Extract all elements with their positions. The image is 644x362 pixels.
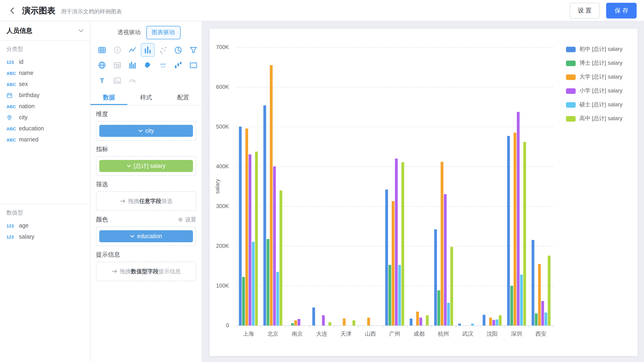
bar <box>440 162 443 325</box>
bar <box>531 240 534 325</box>
map-icon[interactable] <box>140 58 154 72</box>
bar <box>444 194 446 325</box>
bar <box>298 319 300 325</box>
bar <box>499 315 502 325</box>
color-pill[interactable]: education <box>99 230 193 242</box>
table-icon[interactable] <box>95 43 109 57</box>
x-axis-tick <box>285 325 286 328</box>
color-dropzone[interactable]: education <box>96 227 196 246</box>
tab-config[interactable]: 配置 <box>164 91 202 105</box>
field-panel: 人员信息 分类型 123idABCnameABCsexbirthdayABCna… <box>0 21 90 362</box>
chevron-down-icon <box>127 164 131 167</box>
field-item-age[interactable]: 123age <box>0 220 90 231</box>
bar <box>239 127 242 325</box>
field-item-education[interactable]: ABCeducation <box>0 123 90 134</box>
legend-swatch <box>566 116 576 121</box>
bar-group-南京 <box>288 319 307 325</box>
bar <box>507 136 510 325</box>
mode-pivot-driven[interactable]: 透视驱动 <box>112 26 146 39</box>
field-item-name[interactable]: ABCname <box>0 68 90 79</box>
arrow-right-icon <box>120 199 125 204</box>
line-chart-icon[interactable] <box>125 43 139 57</box>
field-section-numeric: 数值型 123age123salary <box>0 204 90 242</box>
save-button[interactable]: 保 存 <box>606 3 636 18</box>
legend-swatch <box>566 88 576 94</box>
tab-data[interactable]: 数据 <box>90 91 128 105</box>
pie-chart-icon[interactable] <box>171 43 185 57</box>
tab-style[interactable]: 样式 <box>128 91 165 105</box>
filter-dropzone[interactable]: 拖拽任意字段筛选 <box>96 192 196 211</box>
arrow-right-icon <box>112 269 117 274</box>
y-tick-label: 200K <box>216 243 229 249</box>
legend-swatch <box>566 74 576 80</box>
mode-chart-driven[interactable]: 图表驱动 <box>146 26 180 39</box>
legend-item[interactable]: 高中 [总计] salary <box>566 115 622 122</box>
bar <box>242 277 245 325</box>
bar <box>276 272 279 325</box>
funnel-icon[interactable] <box>186 43 200 57</box>
color-settings-link[interactable]: 设置 <box>178 216 196 224</box>
bar <box>514 133 516 325</box>
legend-swatch <box>566 60 576 66</box>
calendar-icon <box>6 92 19 98</box>
waterfall-icon[interactable] <box>171 58 185 72</box>
legend-label: 高中 [总计] salary <box>579 115 622 122</box>
bar <box>416 312 419 325</box>
bar <box>270 65 272 325</box>
field-item-sex[interactable]: ABCsex <box>0 79 90 90</box>
metric-dropzone[interactable]: [总计] salary <box>96 156 196 176</box>
legend-label: 硕士 [总计] salary <box>579 101 622 109</box>
legend-swatch <box>566 102 576 107</box>
x-axis-label: 天津 <box>340 330 352 338</box>
chevron-left-icon <box>8 6 16 15</box>
bar <box>420 318 422 325</box>
radar-icon[interactable] <box>95 58 109 72</box>
bar <box>328 322 331 325</box>
panel-icon[interactable] <box>186 58 200 72</box>
bar <box>517 112 520 325</box>
dimension-dropzone[interactable]: city <box>96 121 196 140</box>
bar <box>544 312 547 325</box>
bar-group-北京 <box>263 65 282 325</box>
legend-item[interactable]: 小学 [总计] salary <box>566 87 622 95</box>
x-axis-tick <box>310 325 310 328</box>
word-cloud-icon[interactable]: wordcloud <box>156 58 170 72</box>
data-config-body: 维度 city 指标 [总计] salary <box>90 105 202 286</box>
x-axis-tick <box>431 325 432 328</box>
app-header: 演示图表 用于演示文档的样例图表 设 置 保 存 <box>0 0 644 21</box>
bar-chart-icon[interactable] <box>140 43 154 57</box>
bar <box>395 158 398 325</box>
field-item-birthday[interactable]: birthday <box>0 90 90 101</box>
back-button[interactable] <box>8 5 18 16</box>
legend-item[interactable]: 初中 [总计] salary <box>566 45 622 53</box>
bar <box>322 315 324 325</box>
dimension-pill[interactable]: city <box>99 125 193 137</box>
color-pill-label: education <box>137 233 162 240</box>
metric-pill[interactable]: [总计] salary <box>99 160 193 172</box>
dimension-pill-label: city <box>145 128 154 134</box>
histogram-icon[interactable] <box>125 58 139 72</box>
field-item-nation[interactable]: ABCnation <box>0 101 90 112</box>
field-item-salary[interactable]: 123salary <box>0 231 90 242</box>
bar <box>471 324 474 325</box>
legend-item[interactable]: 硕士 [总计] salary <box>566 101 622 109</box>
settings-button[interactable]: 设 置 <box>570 3 600 18</box>
legend-item[interactable]: 博士 [总计] salary <box>566 59 622 67</box>
bar <box>458 324 461 325</box>
field-item-id[interactable]: 123id <box>0 56 90 68</box>
dataset-selector[interactable]: 人员信息 <box>0 21 90 41</box>
legend-item[interactable]: 大学 [总计] salary <box>566 73 622 81</box>
field-label: married <box>19 136 38 143</box>
field-item-city[interactable]: city <box>0 112 90 123</box>
gear-icon <box>178 217 183 222</box>
x-axis-label: 大连 <box>316 330 327 338</box>
svg-text:T: T <box>100 77 104 84</box>
svg-text:cloud: cloud <box>160 65 165 68</box>
tooltip-dropzone[interactable]: 拖拽数值型字段提示信息 <box>96 262 196 281</box>
field-list-1: 123age123salary <box>0 220 90 242</box>
text-icon[interactable]: T <box>95 73 109 87</box>
bar-group-山西 <box>361 318 380 325</box>
bar <box>520 275 523 325</box>
metric-pill-label: [总计] salary <box>134 162 166 170</box>
field-item-married[interactable]: ABCmarried <box>0 134 90 145</box>
